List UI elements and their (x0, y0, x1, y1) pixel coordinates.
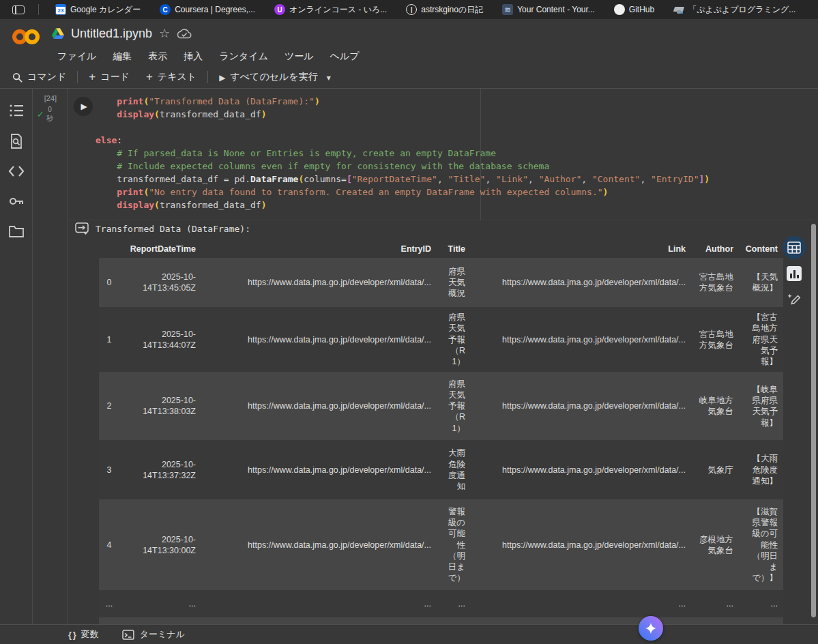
generate-code-button[interactable] (783, 288, 806, 311)
df-row: 12025-10-14T13:44:07Zhttps://www.data.jm… (99, 307, 783, 372)
code-token: # If parsed_data is None or Entries is e… (117, 148, 496, 158)
run-all-label: すべてのセルを実行 (230, 71, 317, 83)
df-col-header: EntryID (201, 240, 437, 258)
run-all-button[interactable]: すべてのセルを実行 (219, 71, 331, 83)
code-token: "Content" (592, 174, 640, 184)
chevron-down-icon (327, 72, 331, 83)
bookmark-hatena[interactable]: |astrskginoの日記 (406, 4, 483, 16)
bookmark-calendar[interactable]: 23Google カレンダー (55, 4, 141, 16)
command-palette-button[interactable]: コマンド (12, 71, 66, 83)
menu-挿入[interactable]: 挿入 (181, 49, 205, 64)
bookmark-waves[interactable]: ≋Your Content - Your... (502, 4, 595, 15)
find-in-notebook-icon[interactable] (8, 133, 25, 149)
menu-ヘルプ[interactable]: ヘルプ (327, 49, 362, 64)
df-cell: 4 (99, 499, 119, 590)
drive-icon (52, 28, 64, 39)
df-cell: https://www.data.jma.go.jp/developer/xml… (471, 372, 691, 440)
add-text-button[interactable]: テキスト (146, 70, 196, 84)
gemini-spark-button[interactable] (639, 616, 663, 641)
code-snippets-icon[interactable] (8, 163, 25, 179)
star-icon[interactable] (159, 26, 170, 41)
code-line: display(transformed_data_df) (96, 199, 710, 211)
df-cell: https://www.data.jma.go.jp/developer/xml… (471, 258, 691, 307)
code-token: "Link" (496, 174, 528, 184)
df-row: 大雨 (99, 617, 783, 624)
bookmark-kaggle[interactable]: kKaggle: Your Home... (815, 4, 818, 15)
code-token: display (117, 109, 154, 119)
code-editor[interactable]: print("Transformed Data (DataFrame):") d… (96, 95, 710, 211)
df-cell: 3 (99, 440, 119, 499)
code-token (96, 148, 117, 158)
interactive-table-button[interactable] (783, 236, 806, 259)
magic-pencil-icon (787, 292, 802, 307)
terminal-button[interactable]: ターミナル (122, 628, 185, 641)
cell-gutter: [24] 0 秒 (33, 89, 68, 624)
df-cell: 【大雨危険度通知】 (739, 440, 783, 499)
menu-bar: ファイル編集表示挿入ランタイムツールヘルプ (55, 49, 362, 64)
df-col-header (99, 240, 119, 258)
df-cell: ... (691, 590, 739, 617)
vertical-scrollbar[interactable] (811, 224, 816, 617)
df-cell: https://www.data.jma.go.jp/developer/xml… (201, 440, 437, 499)
code-token: print (117, 187, 143, 197)
code-token: : (117, 135, 122, 145)
code-token: "No entry data found to transform. Creat… (149, 187, 602, 197)
bookmark-label: Google カレンダー (70, 4, 141, 16)
code-token: transformed_data_df (160, 200, 261, 210)
notebook-filename[interactable]: Untitled1.ipynb (71, 27, 152, 41)
df-cell: ... (119, 590, 201, 617)
df-cell: 岐阜地方気象台 (691, 372, 739, 440)
df-cell (201, 617, 437, 624)
code-token: print (117, 96, 143, 106)
df-cell: 2 (99, 372, 119, 440)
dataframe-tool-rail (782, 236, 806, 311)
bookmark-gradcap[interactable]: 「ぷよぷよプログラミング... (673, 4, 795, 16)
menu-編集[interactable]: 編集 (110, 49, 134, 64)
menu-ランタイム[interactable]: ランタイム (216, 49, 271, 64)
df-cell: https://www.data.jma.go.jp/developer/xml… (201, 307, 437, 372)
df-cell: https://www.data.jma.go.jp/developer/xml… (201, 258, 437, 307)
terminal-label: ターミナル (140, 628, 185, 641)
code-line: print("No entry data found to transform.… (96, 186, 710, 199)
udemy-favicon: U (274, 4, 285, 15)
table-of-contents-icon[interactable] (8, 102, 25, 119)
code-token: "Author" (539, 174, 582, 184)
plus-icon (89, 70, 96, 84)
df-cell: 2025-10-14T13:37:32Z (119, 440, 201, 499)
colab-logo[interactable] (12, 27, 42, 48)
df-cell: 気象庁 (691, 440, 739, 499)
run-cell-button[interactable] (74, 97, 93, 116)
bookmark-label: Your Content - Your... (517, 5, 595, 14)
code-line: else: (96, 134, 710, 147)
menu-表示[interactable]: 表示 (145, 49, 170, 64)
df-cell: https://www.data.jma.go.jp/developer/xml… (201, 499, 437, 590)
coursera-favicon: C (160, 4, 171, 15)
suggest-charts-button[interactable] (783, 262, 806, 285)
bookmark-coursera[interactable]: CCoursera | Degrees,... (160, 4, 255, 15)
files-folder-icon[interactable] (8, 223, 25, 239)
bookmark-udemy[interactable]: Uオンラインコース - いろ... (274, 4, 387, 16)
code-line: # Include expected columns even if empty… (96, 160, 710, 173)
df-cell: 2025-10-14T13:44:07Z (119, 307, 201, 372)
secrets-key-icon[interactable] (8, 193, 25, 209)
menu-ファイル[interactable]: ファイル (55, 49, 99, 64)
cloud-check-icon[interactable] (177, 28, 192, 39)
toolbar-separator (77, 71, 78, 83)
code-token: , (437, 174, 448, 184)
code-token: , (640, 174, 651, 184)
menu-ツール[interactable]: ツール (282, 49, 317, 64)
command-palette-label: コマンド (27, 71, 66, 83)
side-panel-icon[interactable] (12, 5, 25, 14)
code-token: , (581, 174, 592, 184)
bookmark-github[interactable]: GitHub (614, 4, 654, 15)
code-token: ) (603, 187, 609, 197)
df-row: 32025-10-14T13:37:32Zhttps://www.data.jm… (99, 440, 783, 499)
df-cell: 警報級の可能性（明日まで） (437, 499, 471, 590)
df-cell: 府県天気予報（R1） (437, 307, 471, 372)
output-icon[interactable] (75, 222, 89, 235)
add-code-button[interactable]: コード (89, 70, 130, 84)
variables-button[interactable]: 変数 (68, 628, 99, 641)
dataframe-output: ReportDateTimeEntryIDTitleLinkAuthorCont… (99, 240, 783, 624)
df-cell: 大雨 (437, 617, 471, 624)
code-token: , (528, 174, 539, 184)
